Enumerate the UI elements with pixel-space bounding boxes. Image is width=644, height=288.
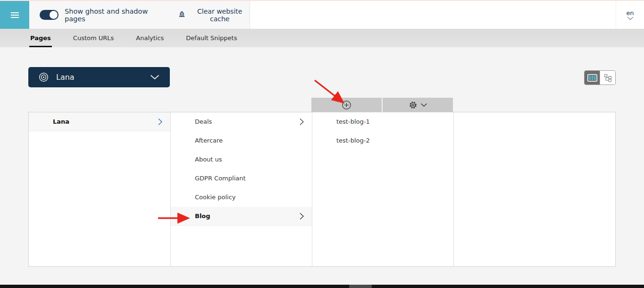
tab-pages[interactable]: Pages [29,29,52,47]
site-selector-dropdown[interactable]: Lana [28,67,170,87]
page-item-lana[interactable]: Lana [29,112,170,131]
chevron-right-icon [299,118,304,126]
chevron-down-icon [627,17,634,20]
page-item-blog[interactable]: Blog [171,207,312,226]
column-level-3-empty [453,112,615,266]
tab-analytics[interactable]: Analytics [135,29,165,47]
brush-icon [178,10,186,19]
cms-pages-screen: Show ghost and shadow pages Clear websit… [0,0,644,288]
tab-custom-urls[interactable]: Custom URLs [72,29,115,47]
page-item-about-us[interactable]: About us [171,150,312,169]
language-value: en [626,9,634,17]
tree-view-button[interactable] [600,71,615,85]
page-item-aftercare[interactable]: Aftercare [171,131,312,150]
chevron-right-icon [299,212,304,220]
columns-view-button[interactable] [585,71,600,85]
tree-view-icon [604,74,612,82]
chevron-down-icon [150,75,159,80]
clear-cache-button[interactable]: Clear website cache [178,8,250,23]
plus-circle-icon [342,100,351,110]
column-root: Lana [29,112,170,266]
view-toggle-group [584,70,616,85]
page-item-test-blog-1[interactable]: test-blog-1 [312,112,453,131]
add-page-button[interactable] [311,98,382,112]
chevron-right-icon [158,118,163,126]
bullseye-icon [39,72,49,82]
chevron-down-icon [420,103,427,107]
language-selector[interactable]: en [616,1,644,29]
settings-dropdown-button[interactable] [383,98,453,112]
columns-view-icon [587,74,597,82]
page-item-test-blog-2[interactable]: test-blog-2 [312,131,453,150]
toggle-knob [50,11,58,19]
bottom-taskbar-strip [0,285,644,288]
ghost-pages-toggle[interactable] [40,10,59,20]
header-left-section: Show ghost and shadow pages Clear websit… [29,1,250,29]
tab-default-snippets[interactable]: Default Snippets [185,29,238,47]
site-selector-label: Lana [56,73,75,82]
hamburger-icon [11,12,19,13]
page-tree-columns: Lana Deals Aftercare [28,112,616,267]
hamburger-menu-button[interactable] [0,1,29,29]
taskbar-thumb[interactable] [349,285,372,288]
column-toolbar [311,98,453,112]
page-item-cookie-policy[interactable]: Cookie policy [171,188,312,207]
app-header: Show ghost and shadow pages Clear websit… [0,1,644,29]
column-level-2: test-blog-1 test-blog-2 [312,112,453,266]
section-tabbar: Pages Custom URLs Analytics Default Snip… [0,29,644,47]
ghost-pages-toggle-label: Show ghost and shadow pages [65,8,160,23]
gear-icon [409,101,418,110]
page-item-deals[interactable]: Deals [171,112,312,131]
clear-cache-label: Clear website cache [190,8,250,23]
column-level-1: Deals Aftercare About us GDPR Compliant … [170,112,312,266]
page-item-gdpr-compliant[interactable]: GDPR Compliant [171,169,312,188]
